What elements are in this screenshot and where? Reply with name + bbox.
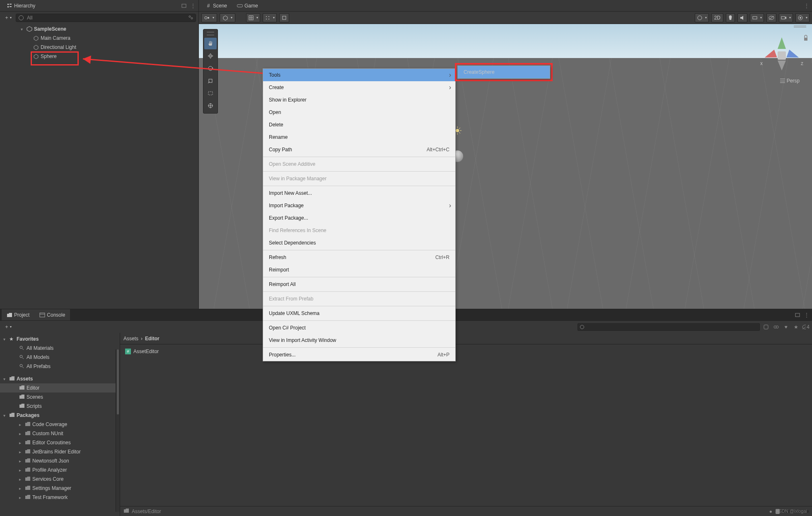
kebab-icon[interactable]: ⋮ [803, 2, 810, 10]
move-tool-button[interactable] [204, 50, 217, 62]
gizmo-toggle-button[interactable]: ▾ [795, 13, 810, 22]
panel-drag-handle[interactable] [794, 26, 806, 27]
lighting-toggle-button[interactable] [726, 13, 735, 22]
package-item[interactable]: Services Core [0, 475, 120, 484]
context-menu-item[interactable]: Rename [263, 131, 455, 143]
context-menu-item[interactable]: Update UXML Schema [263, 307, 455, 320]
context-menu-item[interactable]: Open C# Project [263, 322, 455, 334]
hidden-objects-button[interactable] [766, 13, 776, 22]
search-by-type-icon[interactable] [762, 323, 770, 331]
assets-header[interactable]: Assets [0, 374, 120, 383]
scrollbar-thumb[interactable] [117, 349, 119, 414]
context-menu-item[interactable]: Reimport [263, 264, 455, 276]
context-menu-item[interactable]: Import Package [263, 199, 455, 212]
caret-icon[interactable] [19, 495, 23, 500]
hierarchy-item-sphere[interactable]: Sphere [0, 52, 198, 61]
package-item[interactable]: JetBrains Rider Editor [0, 447, 120, 456]
tab-project[interactable]: Project [2, 309, 34, 320]
favorite-item[interactable]: All Prefabs [0, 362, 120, 371]
caret-icon[interactable] [19, 477, 23, 482]
caret-icon[interactable] [3, 413, 7, 418]
caret-icon[interactable] [3, 337, 7, 342]
audio-toggle-button[interactable] [737, 13, 747, 22]
package-item[interactable]: Custom NUnit [0, 429, 120, 438]
2d-toggle-button[interactable]: 2D [711, 13, 723, 22]
tab-hierarchy[interactable]: Hierarchy [2, 0, 40, 11]
rotate-tool-button[interactable] [204, 63, 217, 74]
grid-snap-button[interactable]: ▾ [246, 13, 260, 22]
search-filter-icon[interactable] [188, 15, 193, 21]
grip-handle[interactable] [207, 32, 214, 35]
hierarchy-item[interactable]: Main Camera [0, 34, 198, 43]
orientation-gizmo[interactable]: x z [759, 31, 805, 81]
folder-item[interactable]: Scenes [0, 392, 120, 402]
search-by-label-icon[interactable] [772, 323, 780, 331]
snap-toggle-button[interactable] [279, 13, 289, 22]
package-item[interactable]: Editor Coroutines [0, 438, 120, 447]
context-menu-item[interactable]: Select Dependencies [263, 237, 455, 249]
hierarchy-item[interactable]: Directional Light [0, 43, 198, 52]
context-menu-item[interactable]: Show in Explorer [263, 94, 455, 106]
add-object-button[interactable]: ＋▾ [2, 13, 13, 22]
kebab-icon[interactable]: ⋮ [189, 2, 197, 10]
submenu-item-createsphere[interactable]: CreateSphere [458, 66, 550, 78]
transform-tool-button[interactable] [204, 100, 217, 111]
package-item[interactable]: Settings Manager [0, 484, 120, 493]
scene-row[interactable]: SampleScene [0, 24, 198, 34]
fx-toggle-button[interactable]: ▾ [750, 13, 764, 22]
package-item[interactable]: Profile Analyzer [0, 465, 120, 475]
folder-item-editor[interactable]: Editor [0, 383, 120, 392]
panel-options-icon[interactable] [794, 311, 801, 319]
context-menu-item[interactable]: Copy PathAlt+Ctrl+C [263, 143, 455, 156]
save-search-icon[interactable]: ♥ [782, 323, 790, 331]
context-menu-item[interactable]: Create [263, 81, 455, 94]
favorite-item[interactable]: All Materials [0, 344, 120, 353]
favorite-item[interactable]: All Models [0, 353, 120, 362]
caret-icon[interactable] [19, 422, 23, 427]
package-item[interactable]: Code Coverage [0, 420, 120, 429]
favorites-header[interactable]: ★ Favorites [0, 334, 120, 344]
snap-increment-button[interactable]: ▾ [263, 13, 277, 22]
package-item[interactable]: Test Framework [0, 493, 120, 502]
breadcrumb-segment[interactable]: Assets [123, 336, 138, 342]
draw-mode-button[interactable]: ▾ [695, 13, 709, 22]
scrollbar[interactable] [116, 349, 120, 512]
caret-icon[interactable] [19, 450, 23, 454]
tab-scene[interactable]: # Scene [201, 0, 232, 11]
tab-console[interactable]: Console [34, 309, 70, 320]
package-item[interactable]: Newtonsoft Json [0, 456, 120, 465]
project-search-input[interactable] [578, 323, 760, 331]
hand-tool-button[interactable] [204, 38, 217, 49]
caret-icon[interactable] [21, 26, 25, 32]
scale-tool-button[interactable] [204, 75, 217, 87]
caret-icon[interactable] [19, 486, 23, 491]
favorite-icon[interactable]: ★ [792, 323, 800, 331]
add-asset-button[interactable]: ＋▾ [2, 322, 13, 331]
context-menu-item[interactable]: Import New Asset... [263, 187, 455, 199]
context-menu-item[interactable]: Export Package... [263, 212, 455, 224]
context-menu-item[interactable]: View in Import Activity Window [263, 334, 455, 346]
handle-rotation-button[interactable]: ▾ [220, 13, 235, 22]
panel-options-icon[interactable] [180, 2, 188, 10]
context-menu-item[interactable]: Tools [263, 69, 455, 81]
kebab-icon[interactable]: ⋮ [803, 311, 810, 319]
context-menu-item[interactable]: Open [263, 106, 455, 119]
caret-icon[interactable] [19, 431, 23, 436]
context-menu-item[interactable]: Properties...Alt+P [263, 349, 455, 361]
caret-icon[interactable] [3, 377, 7, 381]
rect-tool-button[interactable] [204, 87, 217, 99]
context-menu-item[interactable]: Reimport All [263, 278, 455, 291]
breadcrumb-segment[interactable]: Editor [145, 336, 160, 342]
folder-item[interactable]: Scripts [0, 402, 120, 411]
tab-game[interactable]: Game [232, 0, 263, 11]
asset-item[interactable]: # AssetEditor [125, 347, 807, 356]
caret-icon[interactable] [19, 468, 23, 472]
hierarchy-search-input[interactable]: All [16, 14, 196, 22]
context-menu-item[interactable]: Delete [263, 119, 455, 131]
context-menu-item[interactable]: RefreshCtrl+R [263, 251, 455, 264]
perspective-label[interactable]: Persp [780, 78, 800, 84]
hidden-items-badge[interactable]: 4 [802, 323, 810, 331]
caret-icon[interactable] [19, 459, 23, 463]
caret-icon[interactable] [19, 441, 23, 445]
packages-header[interactable]: Packages [0, 411, 120, 420]
